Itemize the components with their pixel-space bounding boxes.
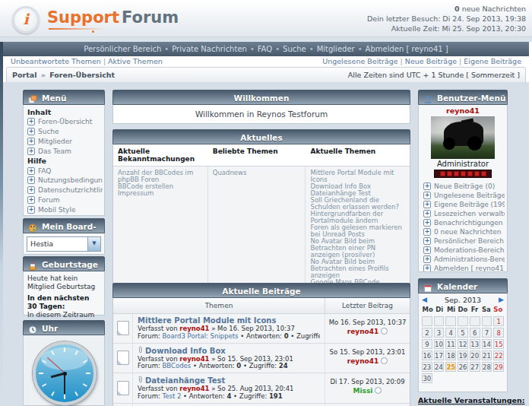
calendar-next-icon[interactable]: ▶ bbox=[499, 296, 504, 303]
sidebar-link[interactable]: +Eigene Beiträge (199) bbox=[421, 200, 505, 209]
goto-latest-icon[interactable] bbox=[381, 357, 388, 364]
sidebar-link[interactable]: +Administrations-Bereich bbox=[421, 255, 505, 264]
news-topic-link[interactable]: Mittlere Portal Module mit Icons bbox=[310, 170, 405, 183]
topic-title-link[interactable]: Download Info Box bbox=[145, 347, 226, 355]
calendar-day[interactable]: 3 bbox=[434, 328, 445, 338]
news-topic-link[interactable]: Soll Griechenland die Schulden erlassen … bbox=[310, 197, 405, 211]
news-topic-link[interactable]: Impressum bbox=[118, 190, 203, 197]
breadcrumb-current[interactable]: Foren-Übersicht bbox=[49, 71, 115, 79]
nav-item[interactable]: Persönlicher Bereich bbox=[84, 45, 161, 53]
quick-link[interactable]: Aktive Themen bbox=[108, 57, 163, 65]
sidebar-link[interactable]: +Datenschutzrichtlinie bbox=[25, 186, 103, 195]
quick-link[interactable]: Eigene Beiträge bbox=[464, 57, 521, 65]
calendar-prev-icon[interactable]: ◀ bbox=[422, 296, 427, 303]
nav-separator: • bbox=[275, 45, 280, 53]
news-topic-link[interactable]: Anzahl der BBCodes im phpBB Foren bbox=[118, 170, 203, 183]
calendar-day[interactable]: 15 bbox=[493, 339, 504, 349]
topic-title-link[interactable]: Mittlere Portal Module mit Icons bbox=[138, 316, 276, 325]
calendar-day[interactable]: 22 bbox=[493, 350, 504, 360]
calendar-day[interactable]: 5 bbox=[458, 328, 468, 338]
news-topic-link[interactable]: No Avatar Bild beim Betrachten eines Pro… bbox=[310, 259, 405, 279]
calendar-day[interactable]: 25 bbox=[445, 362, 456, 372]
calendar-day[interactable]: 7 bbox=[482, 328, 492, 338]
calendar-day[interactable]: 19 bbox=[458, 350, 468, 360]
calendar-day[interactable]: 11 bbox=[445, 339, 456, 349]
news-topic-link[interactable]: Quadnews bbox=[213, 170, 301, 176]
last-author-link[interactable]: reyno41 bbox=[347, 357, 379, 365]
calendar-day[interactable]: 18 bbox=[445, 350, 456, 360]
topic-title-link[interactable]: Dateianhänge Test bbox=[145, 376, 225, 385]
news-topic-link[interactable]: No Avatar Bild beim Betrachten einer PN … bbox=[310, 238, 405, 259]
sidebar-link[interactable]: +Lesezeichen verwalten bbox=[421, 209, 505, 218]
calendar-day[interactable]: 13 bbox=[470, 339, 480, 349]
sidebar-link[interactable]: +Benachrichtigungen verwalten bbox=[421, 218, 505, 227]
attachment-icon bbox=[138, 376, 143, 385]
calendar-day[interactable]: 21 bbox=[482, 350, 492, 360]
last-author-link[interactable]: reyno41 bbox=[347, 328, 379, 335]
quicklink-separator: | bbox=[101, 57, 108, 65]
nav-item[interactable]: Mitglieder bbox=[317, 45, 355, 53]
calendar-day[interactable]: 2 bbox=[422, 328, 432, 338]
calendar-day[interactable]: 24 bbox=[434, 362, 445, 372]
breadcrumb-portal[interactable]: Portal bbox=[12, 71, 36, 79]
author-link[interactable]: reyno41 bbox=[179, 385, 209, 392]
nav-item[interactable]: Abmelden [ reyno41 ] bbox=[366, 45, 448, 53]
sidebar-link[interactable]: +Nutzungsbedingungen bbox=[25, 176, 103, 186]
forum-link[interactable]: Board3 Portal: Snippets bbox=[163, 333, 239, 340]
sidebar-link[interactable]: +Mitglieder bbox=[25, 137, 103, 147]
nav-item[interactable]: Private Nachrichten bbox=[172, 45, 247, 53]
news-topic-link[interactable]: Hintergrundfarben der Portalmodule änder… bbox=[310, 211, 405, 224]
calendar-day bbox=[434, 316, 445, 326]
goto-latest-icon[interactable] bbox=[381, 328, 388, 335]
calendar-day[interactable]: 27 bbox=[470, 362, 480, 372]
last-author-link[interactable]: Missi bbox=[353, 387, 373, 395]
calendar-day[interactable]: 20 bbox=[470, 350, 480, 360]
board-style-select[interactable]: Hestia ▼ bbox=[27, 236, 101, 252]
calendar-day[interactable]: 17 bbox=[434, 350, 445, 360]
sidebar-link[interactable]: +Persönlicher Bereich bbox=[421, 236, 505, 246]
nav-item[interactable]: Suche bbox=[283, 45, 306, 53]
nav-item[interactable]: FAQ bbox=[258, 45, 272, 53]
sidebar-link[interactable]: +Abmelden [ reyno41 ] bbox=[421, 264, 505, 272]
sidebar-link[interactable]: +FAQ bbox=[25, 166, 103, 176]
calendar-day[interactable]: 26 bbox=[458, 362, 468, 372]
calendar-day[interactable]: 12 bbox=[458, 339, 468, 349]
calendar-day[interactable]: 29 bbox=[493, 362, 504, 372]
calendar-day[interactable]: 4 bbox=[445, 328, 456, 338]
calendar-grid: 1234567891011121314151617181920212223242… bbox=[419, 315, 507, 385]
calendar-day[interactable]: 9 bbox=[422, 339, 432, 349]
author-link[interactable]: reyno41 bbox=[179, 325, 209, 332]
calendar-day[interactable]: 1 bbox=[493, 316, 504, 326]
sidebar-link[interactable]: +Foren-Übersicht bbox=[25, 117, 103, 127]
sidebar-link[interactable]: +Das Team bbox=[25, 146, 103, 156]
author-link[interactable]: reyno41 bbox=[179, 356, 209, 363]
recent-posts-columns: Themen Letzter Beitrag bbox=[113, 298, 410, 314]
sidebar-link[interactable]: +Forum bbox=[25, 195, 103, 205]
sidebar-link[interactable]: +Moderations-Bereich bbox=[421, 246, 505, 255]
quick-link[interactable]: Neue Beiträge bbox=[405, 57, 457, 65]
calendar-day[interactable]: 10 bbox=[434, 339, 445, 349]
quick-link[interactable]: Ungelesene Beiträge bbox=[322, 57, 397, 65]
calendar-day[interactable]: 30 bbox=[422, 373, 432, 383]
calendar-day[interactable]: 8 bbox=[493, 328, 504, 338]
sidebar-link[interactable]: +Neue Beiträge (0) bbox=[421, 182, 505, 191]
forum-link[interactable]: BBCodes bbox=[163, 363, 192, 370]
weekday-label: Di bbox=[433, 306, 445, 315]
news-col-heading-popular: Beliebte Themen bbox=[208, 144, 306, 166]
forum-link[interactable]: Test 2 bbox=[163, 393, 182, 400]
calendar-day[interactable]: 23 bbox=[422, 362, 432, 372]
sidebar-link[interactable]: +Suche bbox=[25, 127, 103, 137]
news-topic-link[interactable]: Foren als gelesen markieren bei Unread P… bbox=[310, 224, 405, 238]
main-nav: Persönlicher Bereich•Private Nachrichten… bbox=[3, 42, 529, 56]
sidebar-link-label: 0 neue Nachrichten bbox=[434, 228, 501, 236]
calendar-day[interactable]: 14 bbox=[482, 339, 492, 349]
calendar-day[interactable]: 16 bbox=[422, 350, 432, 360]
calendar-day[interactable]: 6 bbox=[470, 328, 480, 338]
sidebar-link-label: Eigene Beiträge (199) bbox=[434, 201, 505, 208]
calendar-day[interactable]: 28 bbox=[482, 362, 492, 372]
sidebar-link[interactable]: +0 neue Nachrichten bbox=[421, 227, 505, 236]
sidebar-link[interactable]: +Ungelesene Beiträge (0) bbox=[421, 191, 505, 200]
goto-latest-icon[interactable] bbox=[375, 387, 382, 394]
quick-link[interactable]: Unbeantwortete Themen bbox=[11, 57, 101, 65]
sidebar-link[interactable]: +Mobil Style bbox=[25, 205, 103, 214]
